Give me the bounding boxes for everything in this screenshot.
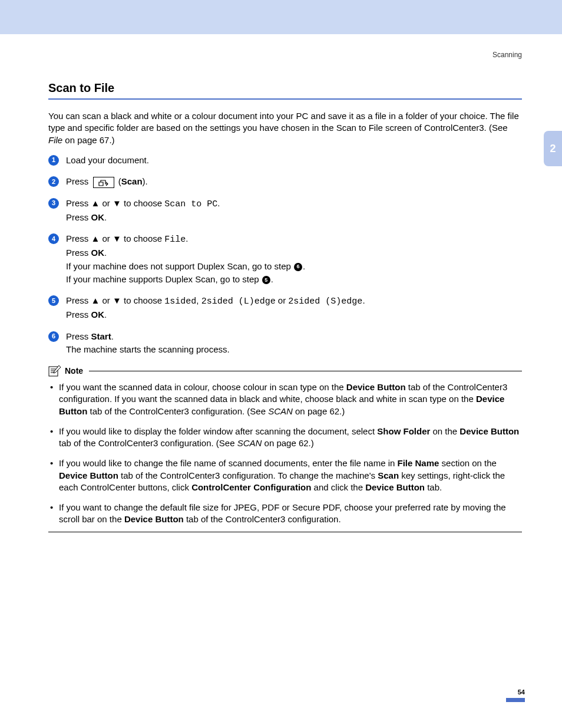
note-end-rule (48, 532, 522, 532)
step-6: 6 Press Start. The machine starts the sc… (48, 331, 522, 357)
t: Press (66, 309, 91, 319)
note-item-2: If you would like to display the folder … (48, 426, 522, 450)
t: SCAN (268, 406, 293, 416)
inline-badge-6: 6 (294, 263, 302, 271)
t: SCAN (237, 438, 262, 448)
intro-text: You can scan a black and white or a colo… (48, 111, 519, 133)
step-2-text: Press (Scan). (66, 176, 522, 188)
step-3-line1: Press ▲ or ▼ to choose Scan to PC. (66, 197, 522, 210)
step-6-line1: Press Start. (66, 331, 522, 342)
t: OK (91, 212, 105, 222)
t: tab of the ControlCenter3 configuration.… (59, 438, 237, 448)
t: 2sided (S)edge (288, 297, 362, 307)
t: Start (91, 331, 111, 341)
steps-list: 1 Load your document. 2 Press (Scan). 3 … (48, 154, 522, 357)
t: tab of the ControlCenter3 configuration.… (87, 406, 268, 416)
t: If your machine supports Duplex Scan, go… (66, 274, 262, 284)
step-badge-5: 5 (48, 295, 59, 306)
step-badge-4: 4 (48, 233, 59, 244)
t: If your machine does not support Duplex … (66, 261, 293, 271)
page-number-bar (506, 698, 525, 702)
t: If you would like to change the file nam… (59, 458, 398, 468)
t: File (164, 235, 186, 245)
t: Device Button (459, 426, 519, 436)
inline-badge-5: 5 (262, 276, 270, 284)
step-3-line2: Press OK. (66, 212, 522, 223)
t: . (362, 295, 365, 305)
t: . (104, 212, 107, 222)
intro-paragraph: You can scan a black and white or a colo… (48, 110, 522, 146)
header-band (0, 0, 562, 34)
t: File Name (398, 458, 439, 468)
step-5-line1: Press ▲ or ▼ to choose 1sided, 2sided (L… (66, 295, 522, 308)
step-badge-6: 6 (48, 331, 59, 342)
step-2-scan: Scan (121, 176, 143, 186)
t: 1sided (164, 297, 196, 307)
t: Press (66, 248, 91, 258)
t: . (186, 233, 188, 243)
t: . (104, 309, 107, 319)
t: tab of the ControlCenter3 configuration. (184, 514, 341, 524)
step-4-line4: If your machine supports Duplex Scan, go… (66, 274, 522, 285)
note-icon (48, 365, 61, 377)
t: . (217, 198, 220, 208)
step-5-line2: Press OK. (66, 309, 522, 321)
notes-list: If you want the scanned data in colour, … (48, 381, 522, 526)
t: on page 62.) (262, 438, 313, 448)
title-rule (48, 98, 522, 100)
t: Scan to PC (164, 199, 217, 209)
page-number-wrap: 54 (506, 688, 525, 702)
t: . (104, 248, 107, 258)
step-2-b: ( (116, 176, 121, 186)
t: Press ▲ or ▼ to choose (66, 198, 164, 208)
page-number: 54 (506, 688, 525, 697)
intro-file-ref: File (48, 135, 62, 145)
note-rule (89, 371, 522, 371)
step-2: 2 Press (Scan). (48, 176, 522, 189)
t: or (276, 295, 289, 305)
t: Device Button (346, 382, 406, 392)
t: . (271, 274, 273, 284)
step-1-text: Load your document. (66, 154, 522, 166)
t: on page 62.) (293, 406, 345, 416)
t: OK (91, 248, 105, 258)
t: and click the (311, 482, 365, 492)
note-item-3: If you would like to change the file nam… (48, 457, 522, 493)
step-1: 1 Load your document. (48, 154, 522, 167)
t: Scan (378, 470, 399, 480)
step-2-a: Press (66, 176, 91, 186)
step-badge-1: 1 (48, 155, 59, 166)
step-2-c: ). (143, 176, 148, 186)
step-4: 4 Press ▲ or ▼ to choose File. Press OK.… (48, 233, 522, 286)
t: section on the (439, 458, 497, 468)
t: , (196, 295, 201, 305)
chapter-tab: 2 (544, 131, 562, 166)
t: ControlCenter Configuration (191, 482, 311, 492)
step-4-line2: Press OK. (66, 247, 522, 259)
note-title: Note (65, 365, 83, 377)
t: . (111, 331, 114, 341)
scan-key-icon (93, 177, 114, 188)
t: Show Folder (377, 426, 430, 436)
t: . (303, 261, 305, 271)
t: Device Button (365, 482, 425, 492)
running-head: Scanning (492, 50, 522, 60)
t: on the (430, 426, 459, 436)
page-title: Scan to File (48, 80, 522, 96)
step-4-line3: If your machine does not support Duplex … (66, 261, 522, 272)
t: tab of the ControlCenter3 configuration.… (118, 470, 378, 480)
t: Press (66, 212, 91, 222)
note-item-1: If you want the scanned data in colour, … (48, 381, 522, 417)
step-badge-3: 3 (48, 198, 59, 209)
step-badge-2: 2 (48, 176, 59, 187)
t: Device Button (59, 470, 118, 480)
t: Press (66, 331, 91, 341)
t: tab. (425, 482, 442, 492)
note-header: Note (48, 365, 522, 377)
intro-text-end: on page 67.) (62, 135, 114, 145)
t: 2sided (L)edge (201, 297, 276, 307)
t: Press ▲ or ▼ to choose (66, 233, 164, 243)
step-3: 3 Press ▲ or ▼ to choose Scan to PC. Pre… (48, 197, 522, 225)
step-4-line1: Press ▲ or ▼ to choose File. (66, 233, 522, 246)
content: Scan to File You can scan a black and wh… (0, 80, 562, 532)
